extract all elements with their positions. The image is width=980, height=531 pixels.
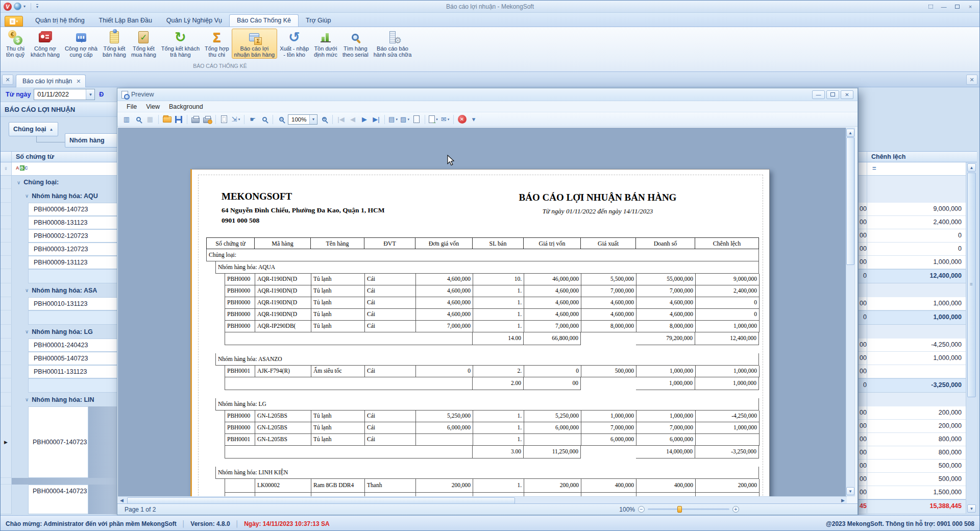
preview-menu-file[interactable]: File [122, 102, 141, 111]
ribbon-button-tong-ket-mua-hang[interactable]: Tổng kếtmua hàng [129, 29, 159, 59]
quick-print-icon[interactable] [202, 114, 212, 125]
menu-tab-quan-tri-he-thong[interactable]: Quản trị hệ thống [28, 15, 92, 27]
preview-maximize-button[interactable] [826, 90, 839, 99]
menu-tab-bao-cao-thong-ke[interactable]: Báo Cáo Thống Kê [229, 14, 299, 27]
grid-value-row[interactable]: 00500,000 [859, 473, 966, 486]
document-number-cell[interactable]: PBH00007-140723 [28, 406, 88, 478]
tree-data-row[interactable]: PBH00011-131123 [1, 365, 119, 378]
collapse-chevron-icon[interactable]: ∨ [25, 397, 29, 402]
tree-data-row[interactable]: PBH00008-131123 [1, 216, 119, 229]
grid-value-row[interactable]: 002,400,000 [859, 216, 966, 229]
tab-close-right-button[interactable]: ✕ [966, 75, 977, 85]
grid-value-row[interactable]: 001,500,000 [859, 486, 966, 499]
hand-tool-icon[interactable]: ☛ [248, 114, 258, 125]
grid-value-row[interactable]: 001,000,000 [859, 297, 966, 310]
preview-close-button[interactable]: ✕ [841, 90, 853, 99]
print-icon[interactable] [190, 114, 201, 125]
grid-value-row[interactable]: 00500,000 [859, 460, 966, 473]
from-date-input[interactable]: 01/11/2022 ▼ [34, 89, 95, 100]
grid-value-row[interactable]: 00800,000 [859, 446, 966, 460]
search-icon[interactable] [133, 114, 143, 125]
zoom-in-icon[interactable]: + [319, 114, 329, 125]
customize-toolbar-icon[interactable]: ▾ [36, 4, 38, 9]
column-header-so-chung-tu[interactable]: Số chứng từ [12, 152, 119, 162]
grid-value-row[interactable]: 00200,000 [859, 406, 966, 420]
next-page-icon[interactable]: ▶ [359, 114, 370, 125]
collapse-chevron-icon[interactable]: ∨ [25, 329, 29, 334]
ribbon-button-xuat-nhap-ton-kho[interactable]: ↺Xuất - nhập- tồn kho [277, 29, 311, 59]
zoom-slider[interactable] [648, 509, 729, 510]
ribbon-button-ton-duoi-inh-muc[interactable]: Tồn dướiđịnh mức [311, 29, 340, 59]
close-button[interactable]: × [966, 3, 974, 10]
ribbon-button-tim-hang-theo-serial[interactable]: Tìm hàngtheo serial [340, 29, 371, 59]
tab-close-left-button[interactable]: ✕ [2, 75, 13, 85]
export-document-icon[interactable]: ▾ [428, 114, 438, 125]
preview-content-area[interactable]: MEKONGSOFT 64 Nguyễn Đình Chiểu, Phường … [118, 128, 847, 496]
ribbon-button-tong-ket-ban-hang[interactable]: Tổng kếtbán hàng [100, 29, 129, 59]
ribbon-button-tong-hop-thu-chi[interactable]: ΣTổng hợpthu chi [202, 29, 232, 59]
menu-tab-thiet-lap-ban-au[interactable]: Thiết Lập Ban Đầu [92, 15, 159, 27]
tree-data-row[interactable]: PBH00002-120723 [1, 229, 119, 243]
document-tab-active[interactable]: Báo cáo lợi nhuận ✕ [16, 75, 86, 87]
minimize-button[interactable]: — [940, 3, 948, 10]
grid-value-row[interactable]: 000 [859, 229, 966, 243]
zoom-combo-dropdown-icon[interactable]: ▼ [309, 115, 317, 124]
maximize-button[interactable] [953, 3, 961, 10]
page-color-icon[interactable]: ▨▾ [400, 114, 410, 125]
quick-access-dropdown-icon[interactable]: ▾ [23, 4, 26, 9]
ribbon-button-cong-no-nha-cung-cap[interactable]: Công nợ nhàcung cấp [62, 29, 100, 59]
grid-vertical-scrollbar[interactable]: ▲ ▼ [966, 162, 977, 514]
ribbon-button-cong-no-khach-hang[interactable]: Công nợkhách hàng [28, 29, 62, 59]
last-page-icon[interactable]: ▶| [371, 114, 381, 125]
magnifier-icon[interactable] [259, 114, 270, 125]
scale-icon[interactable]: ⇲▾ [231, 114, 241, 125]
scroll-up-icon[interactable]: ▲ [967, 163, 976, 172]
application-menu-button[interactable]: ≡▾ [5, 16, 23, 27]
tree-data-row-merged[interactable]: ▶PBH00007-140723 [1, 406, 119, 478]
tree-data-row-merged[interactable]: PBH00004-140723 [1, 485, 119, 514]
grid-value-row[interactable]: 009,000,000 [859, 203, 966, 216]
zoom-out-button[interactable]: − [638, 506, 645, 513]
filter-equals-icon[interactable]: = [867, 162, 876, 175]
page-setup-icon[interactable] [219, 114, 229, 125]
group-button-chung-loai[interactable]: Chủng loại▲ [9, 122, 58, 136]
document-number-cell[interactable]: PBH00001-240423 [28, 339, 119, 352]
open-file-icon[interactable] [162, 114, 172, 125]
zoom-combo[interactable]: 100%▼ [288, 114, 317, 125]
preview-titlebar[interactable]: Preview — ✕ [117, 88, 857, 101]
filter-abc-icon[interactable]: ABC [12, 162, 29, 175]
tree-data-row[interactable]: PBH00009-131123 [1, 256, 119, 269]
tree-data-row[interactable]: PBH00005-140723 [1, 352, 119, 365]
scroll-down-icon[interactable]: ▼ [967, 504, 976, 513]
group-button-nhom-hang[interactable]: Nhóm hàng [65, 133, 119, 148]
thumbnails-icon[interactable]: ▥ [121, 114, 132, 125]
multi-page-icon[interactable]: ▤▾ [388, 114, 398, 125]
grid-value-row[interactable]: 00800,000 [859, 433, 966, 446]
zoom-in-button[interactable]: + [732, 506, 739, 513]
ribbon-button-bao-cao-bao-hanh-sua-chua[interactable]: Báo cáo bảohành sửa chữa [371, 29, 414, 59]
scroll-down-icon[interactable]: ▼ [846, 487, 854, 495]
zoom-combo-value[interactable]: 100% [288, 115, 309, 124]
dropdown-arrow-icon[interactable]: ▾ [396, 117, 398, 122]
fullscreen-button[interactable] [926, 3, 935, 10]
document-number-cell[interactable]: PBH00002-120723 [28, 229, 119, 243]
toolbar-overflow-icon[interactable]: ▾ [469, 114, 479, 125]
column-header-chenh-lech[interactable]: Chênh lệch [867, 152, 977, 162]
document-number-cell[interactable]: PBH00010-131123 [28, 297, 119, 310]
document-number-cell[interactable]: PBH00006-140723 [28, 203, 119, 216]
from-date-dropdown-icon[interactable]: ▼ [86, 89, 94, 100]
grid-value-row[interactable]: 00200,000 [859, 420, 966, 433]
document-number-cell[interactable]: PBH00011-131123 [28, 365, 119, 378]
scroll-left-icon[interactable]: ◀ [120, 498, 124, 503]
ribbon-button-bao-cao-loi-nhuan-ban-hang[interactable]: Báo cáo lợinhuận bán hàng [232, 29, 278, 59]
customize-grid-icon[interactable]: ▦ [145, 114, 155, 125]
grid-value-row[interactable]: 00 [859, 365, 966, 378]
document-number-cell[interactable]: PBH00003-120723 [28, 243, 119, 256]
quick-access-orb-icon[interactable] [14, 3, 21, 10]
preview-menu-background[interactable]: Background [165, 102, 207, 111]
ribbon-button-thu-chi-ton-quy[interactable]: Thu chitồn quỹ [3, 29, 28, 59]
preview-vertical-scrollbar[interactable]: ▲ ▼ [846, 128, 855, 496]
document-number-cell[interactable]: PBH00009-131123 [28, 256, 119, 269]
scroll-up-icon[interactable]: ▲ [846, 129, 854, 137]
collapse-chevron-icon[interactable]: ∨ [17, 180, 20, 185]
